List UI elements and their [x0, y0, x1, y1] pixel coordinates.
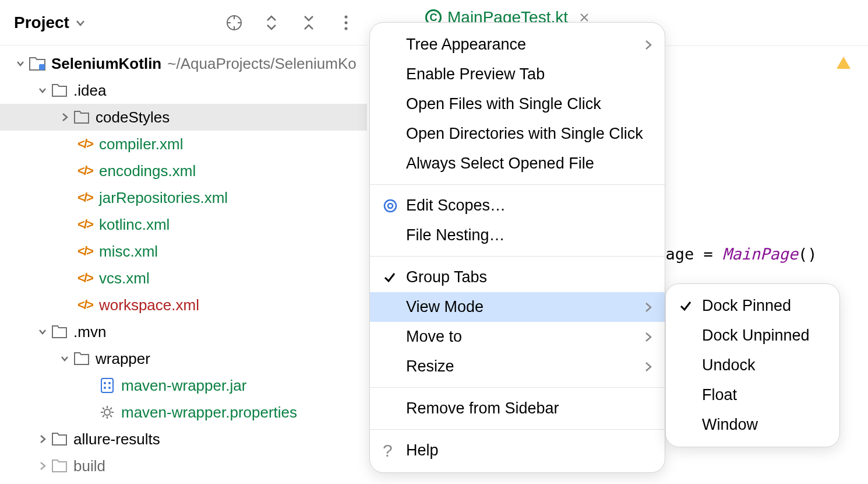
menu-edit-scopes[interactable]: Edit Scopes… — [370, 191, 665, 220]
chevron-right-icon[interactable] — [57, 112, 72, 122]
svg-point-14 — [104, 409, 110, 415]
chevron-down-icon[interactable] — [13, 58, 28, 69]
tree-file-xml[interactable]: </> vcs.xml — [0, 265, 367, 292]
tree-file-xml[interactable]: </> jarRepositories.xml — [0, 184, 367, 211]
menu-label: Resize — [406, 357, 644, 376]
svg-rect-9 — [101, 378, 113, 392]
chevron-right-icon — [644, 301, 653, 313]
tree-label: maven-wrapper.jar — [121, 377, 246, 395]
xml-file-icon: </> — [76, 244, 94, 259]
tree-file-xml[interactable]: </> workspace.xml — [0, 292, 367, 318]
project-tree[interactable]: SeleniumKotlin ~/AquaProjects/SeleniumKo… — [0, 45, 367, 479]
tree-file-xml[interactable]: </> encodings.xml — [0, 157, 367, 184]
expand-all-icon[interactable] — [260, 11, 283, 34]
menu-file-nesting[interactable]: File Nesting… — [370, 220, 665, 250]
svg-point-5 — [345, 15, 348, 18]
scopes-icon — [383, 198, 406, 213]
tree-folder-allure[interactable]: allure-results — [0, 426, 367, 453]
tree-folder-wrapper[interactable]: wrapper — [0, 345, 367, 372]
submenu-undock[interactable]: Undock — [666, 350, 839, 380]
chevron-down-icon[interactable] — [35, 85, 50, 96]
tree-label: build — [73, 457, 105, 475]
menu-tree-appearance[interactable]: Tree Appearance — [370, 30, 665, 59]
chevron-right-icon — [644, 361, 653, 373]
folder-icon — [50, 325, 69, 339]
svg-rect-8 — [39, 64, 45, 70]
svg-point-7 — [345, 27, 348, 30]
menu-help[interactable]: ? Help — [370, 436, 665, 465]
tree-label: encodings.xml — [99, 162, 196, 180]
collapse-all-icon[interactable] — [297, 11, 320, 34]
submenu-window[interactable]: Window — [666, 410, 839, 440]
tree-file-xml[interactable]: </> compiler.xml — [0, 131, 367, 157]
tree-file-jar[interactable]: maven-wrapper.jar — [0, 372, 367, 399]
select-opened-file-icon[interactable] — [223, 11, 246, 34]
folder-icon — [72, 110, 91, 124]
tree-root[interactable]: SeleniumKotlin ~/AquaProjects/SeleniumKo — [0, 50, 367, 77]
menu-label: Edit Scopes… — [406, 197, 653, 215]
menu-open-dirs-single-click[interactable]: Open Directories with Single Click — [370, 119, 665, 149]
project-name: SeleniumKotlin — [51, 55, 161, 73]
folder-icon — [50, 432, 69, 446]
warning-icon — [835, 55, 852, 71]
tree-folder-idea[interactable]: .idea — [0, 77, 367, 104]
tree-label: wrapper — [96, 350, 150, 368]
tree-label: workspace.xml — [99, 296, 199, 314]
tree-label: misc.xml — [99, 243, 158, 261]
gear-icon — [98, 405, 117, 420]
tree-folder-build[interactable]: build — [0, 453, 367, 479]
folder-icon — [72, 352, 91, 366]
tree-label: .mvn — [73, 323, 106, 341]
tree-label: codeStyles — [96, 108, 170, 127]
project-path: ~/AquaProjects/SeleniumKo — [167, 55, 356, 73]
check-icon — [383, 271, 406, 285]
menu-move-to[interactable]: Move to — [370, 322, 665, 352]
svg-point-12 — [104, 387, 106, 389]
chevron-right-icon[interactable] — [35, 434, 50, 444]
project-panel-header: Project — [0, 0, 367, 45]
chevron-right-icon — [644, 39, 653, 51]
xml-file-icon: </> — [76, 297, 94, 313]
menu-resize[interactable]: Resize — [370, 352, 665, 381]
menu-remove-from-sidebar[interactable]: Remove from Sidebar — [370, 394, 665, 423]
tree-folder-codestyles[interactable]: codeStyles — [0, 104, 367, 131]
chevron-down-icon[interactable] — [35, 327, 50, 337]
svg-point-6 — [345, 21, 348, 24]
menu-label: File Nesting… — [406, 226, 653, 244]
menu-view-mode[interactable]: View Mode — [370, 292, 665, 322]
menu-enable-preview[interactable]: Enable Preview Tab — [370, 59, 665, 89]
panel-title[interactable]: Project — [14, 13, 69, 32]
chevron-down-icon[interactable] — [74, 16, 87, 29]
menu-label: Tree Appearance — [406, 36, 644, 54]
view-mode-submenu: Dock Pinned Dock Unpinned Undock Float W… — [665, 283, 840, 447]
svg-point-10 — [104, 382, 106, 384]
folder-icon — [50, 459, 69, 473]
menu-label: Always Select Opened File — [406, 155, 653, 173]
menu-label: Open Files with Single Click — [406, 95, 653, 113]
submenu-dock-unpinned[interactable]: Dock Unpinned — [666, 321, 839, 350]
tree-label: vcs.xml — [99, 269, 150, 287]
menu-label: View Mode — [406, 298, 644, 316]
menu-always-select-opened[interactable]: Always Select Opened File — [370, 149, 665, 178]
tree-file-xml[interactable]: </> kotlinc.xml — [0, 211, 367, 238]
menu-open-files-single-click[interactable]: Open Files with Single Click — [370, 89, 665, 119]
submenu-float[interactable]: Float — [666, 380, 839, 410]
menu-group-tabs[interactable]: Group Tabs — [370, 262, 665, 292]
xml-file-icon: </> — [76, 136, 94, 152]
submenu-dock-pinned[interactable]: Dock Pinned — [666, 291, 839, 321]
close-icon[interactable] — [578, 12, 590, 23]
chevron-down-icon[interactable] — [57, 353, 72, 364]
more-icon[interactable] — [334, 11, 358, 34]
menu-label: Window — [702, 416, 828, 434]
menu-label: Dock Pinned — [702, 297, 828, 315]
jar-file-icon — [98, 377, 117, 394]
chevron-right-icon[interactable] — [35, 461, 50, 471]
context-menu: Tree Appearance Enable Preview Tab Open … — [369, 22, 665, 473]
svg-point-13 — [108, 387, 111, 389]
tree-file-properties[interactable]: maven-wrapper.properties — [0, 399, 367, 426]
module-icon — [28, 56, 47, 71]
tree-file-xml[interactable]: </> misc.xml — [0, 238, 367, 265]
tree-label: jarRepositories.xml — [99, 189, 228, 207]
tree-folder-mvn[interactable]: .mvn — [0, 318, 367, 345]
xml-file-icon: </> — [76, 217, 94, 232]
